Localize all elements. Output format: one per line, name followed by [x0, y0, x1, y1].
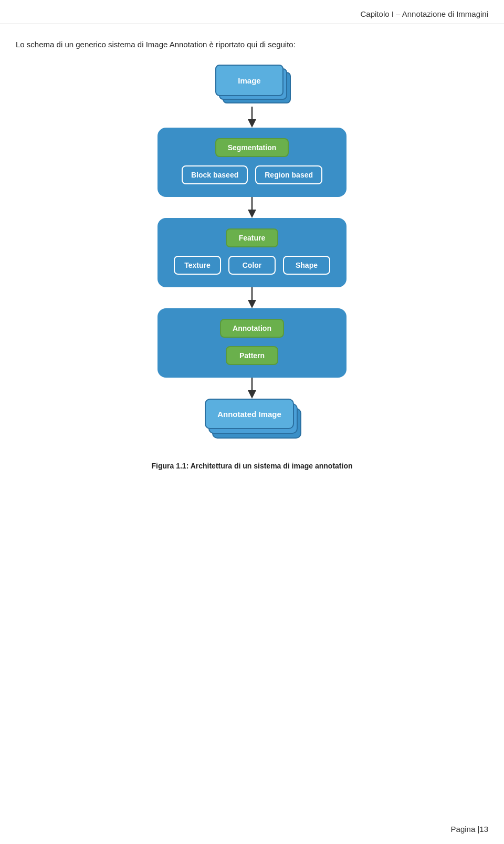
color-btn: Color — [228, 256, 276, 275]
chapter-title: Capitolo I – Annotazione di Immagini — [361, 9, 488, 18]
arrow-feature-to-annotation — [244, 287, 260, 308]
pattern-label: Pattern — [239, 351, 265, 360]
region-based-btn: Region based — [255, 165, 322, 184]
shape-btn: Shape — [283, 256, 330, 275]
texture-btn: Texture — [174, 256, 221, 275]
pattern-pill: Pattern — [226, 346, 278, 365]
image-label: Image — [238, 76, 260, 85]
svg-marker-3 — [248, 210, 256, 218]
image-stack: Image — [215, 65, 289, 107]
figure-caption-text: Figura 1.1: Architettura di un sistema d… — [152, 462, 353, 470]
segmentation-sub-buttons: Block baseed Region based — [182, 165, 322, 184]
arrow-segmentation-to-feature — [244, 197, 260, 218]
diagram: Image Segmentation Block baseed Region b… — [0, 54, 504, 481]
intro-text: Lo schema di un generico sistema di Imag… — [16, 40, 296, 49]
block-baseed-btn: Block baseed — [182, 165, 248, 184]
feature-box: Feature Texture Color Shape — [158, 218, 346, 287]
page-number: Pagina |13 — [451, 825, 488, 833]
annotated-image-stack: Annotated Image — [205, 399, 299, 446]
intro-paragraph: Lo schema di un generico sistema di Imag… — [0, 24, 504, 54]
svg-marker-1 — [248, 119, 256, 128]
feature-label: Feature — [239, 234, 266, 242]
figure-caption: Figura 1.1: Architettura di un sistema d… — [136, 462, 369, 470]
annotation-box: Annotation Pattern — [158, 308, 346, 378]
feature-sub-buttons: Texture Color Shape — [174, 256, 330, 275]
annotation-label: Annotation — [233, 324, 271, 332]
image-card-front: Image — [215, 65, 284, 96]
svg-marker-5 — [248, 300, 256, 308]
page-footer: Pagina |13 — [451, 825, 488, 833]
annotation-pill: Annotation — [220, 319, 284, 338]
arrow-image-to-segmentation — [244, 107, 260, 128]
segmentation-label: Segmentation — [228, 143, 277, 152]
segmentation-pill: Segmentation — [215, 138, 289, 157]
annotated-card-front: Annotated Image — [205, 399, 294, 429]
feature-pill: Feature — [226, 228, 278, 247]
annotated-image-label: Annotated Image — [217, 410, 281, 419]
arrow-annotation-to-annotated — [244, 378, 260, 399]
page-header: Capitolo I – Annotazione di Immagini — [0, 0, 504, 24]
svg-marker-7 — [248, 390, 256, 399]
segmentation-box: Segmentation Block baseed Region based — [158, 128, 346, 197]
